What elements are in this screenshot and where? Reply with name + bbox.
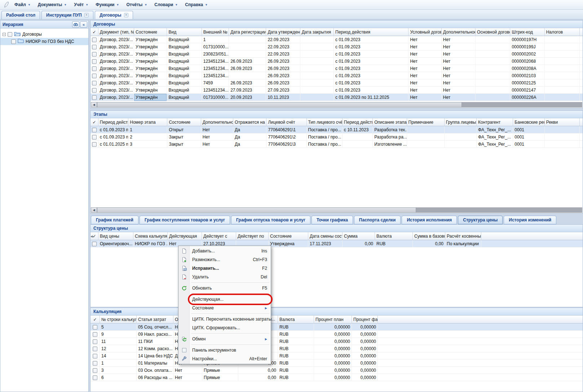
column-header[interactable]: Действует с <box>202 232 236 240</box>
row-checkbox[interactable] <box>92 59 97 64</box>
context-menu-item[interactable]: Настройки...Alt+Enter <box>179 354 270 363</box>
column-header[interactable]: Процент план <box>314 316 352 323</box>
row-checkbox[interactable] <box>93 347 97 351</box>
window-tab[interactable]: Инструкции ПУП✕ <box>41 11 93 19</box>
tree-checkbox[interactable] <box>11 39 16 44</box>
column-header[interactable]: Отражается на су <box>233 118 266 126</box>
close-icon[interactable]: ✕ <box>84 13 89 17</box>
table-row[interactable]: Договор, 2023/...УтверждёнВходящий123451… <box>90 65 583 72</box>
column-header[interactable]: № строки калькул <box>100 316 137 323</box>
table-row[interactable]: Договор, 2023/...УтверждёнВходящий122.09… <box>90 36 583 43</box>
search-binoculars-icon[interactable] <box>72 21 79 28</box>
detail-tab[interactable]: История исполнения <box>402 216 457 224</box>
column-header[interactable]: Группа лицевых с <box>445 118 477 126</box>
table-row[interactable]: 1212 Комм. расхо...НетRUB0,000000,00000 <box>90 345 583 352</box>
row-checkbox[interactable] <box>92 128 97 132</box>
column-header[interactable]: Дополнительное с <box>442 28 476 36</box>
column-header[interactable]: Расчёт косвенных <box>445 232 481 240</box>
table-row[interactable]: Договор, 2023/...УтверждёнВходящий123451… <box>90 72 583 79</box>
column-header[interactable]: Штрих-код <box>510 28 544 36</box>
column-header[interactable]: Состояние <box>167 118 201 126</box>
context-menu-item[interactable]: Обмен▶ <box>179 335 270 343</box>
detail-tab[interactable]: Точки графика <box>312 216 353 224</box>
table-row[interactable]: с 01.09.2023 п...2ЗакрытНетДа7706406291\… <box>90 133 583 141</box>
close-icon[interactable]: ✕ <box>124 13 129 17</box>
table-row[interactable]: Договор, 2023/...УтверждёнВходящий017310… <box>90 94 583 101</box>
contracts-hscrollbar[interactable]: ◀ <box>91 102 582 107</box>
table-row[interactable]: Договор, 2023/...УтверждёнВходящий017310… <box>90 43 583 50</box>
row-checkbox[interactable] <box>92 66 97 71</box>
menubar-item[interactable]: Функции▼ <box>92 1 123 8</box>
context-menu-item[interactable]: ЦИТК. Сформировать... <box>179 323 270 332</box>
menubar-item[interactable]: Документы▼ <box>34 1 70 8</box>
tree-checkbox[interactable] <box>8 32 12 37</box>
column-header[interactable]: Период действия.. <box>98 118 128 126</box>
row-checkbox[interactable] <box>92 88 97 93</box>
column-header[interactable]: Действующая <box>168 232 202 240</box>
column-header[interactable]: Сумма в базовой в <box>413 232 445 240</box>
context-menu-item[interactable]: Добавить...Ins <box>179 247 270 255</box>
row-checkbox[interactable] <box>92 95 97 100</box>
row-checkbox[interactable] <box>92 74 97 78</box>
row-checkbox[interactable] <box>93 354 97 358</box>
table-row[interactable]: Ориентировоч...НИОКР по ГОЗ ...Нет27.10.… <box>90 240 583 247</box>
context-menu-item[interactable]: ЦИТК. Пересчитать косвенные затраты... <box>179 315 270 323</box>
column-header[interactable]: ✓ <box>90 316 100 323</box>
menubar-item[interactable]: Отчёты▼ <box>123 1 151 8</box>
row-checkbox[interactable] <box>92 242 97 246</box>
table-row[interactable]: Договор, 2023/...УтверждёнВходящий123451… <box>90 87 583 94</box>
column-header[interactable]: Вид цены <box>98 232 133 240</box>
scrollbar-thumb[interactable] <box>97 102 462 107</box>
row-checkbox[interactable] <box>93 339 97 344</box>
column-header[interactable]: Номер этапа <box>128 118 167 126</box>
column-header[interactable]: Валюта <box>375 232 413 240</box>
column-header[interactable]: Дата закрытия <box>300 28 334 36</box>
menubar-item[interactable]: Словари▼ <box>151 1 181 8</box>
column-header[interactable]: Банковские рекви <box>513 118 544 126</box>
row-checkbox[interactable] <box>92 52 97 57</box>
column-header[interactable]: Состояние <box>269 232 308 240</box>
column-header[interactable]: Схема калькуляци <box>133 232 168 240</box>
column-header[interactable]: Действует по <box>236 232 269 240</box>
tree-node-dogovory[interactable]: − Договоры <box>0 31 88 38</box>
table-row[interactable]: 909 Накл. расхо...НетRUB0,000000,00000 <box>90 331 583 338</box>
collapse-panel-button[interactable]: « <box>80 21 87 28</box>
table-row[interactable]: с 01.01.2025 п...3ЗакрытНетДа7706406291\… <box>90 141 583 148</box>
column-header[interactable]: Дата утверждения <box>266 28 300 36</box>
window-tab[interactable]: Рабочий стол <box>1 11 40 19</box>
column-header[interactable]: Внешний № <box>202 28 229 36</box>
column-header[interactable]: Период действия <box>334 28 408 36</box>
column-header[interactable]: Условный договор <box>408 28 441 36</box>
detail-tab[interactable]: График платежей <box>91 216 138 224</box>
table-row[interactable]: с 01.09.2023 п...1ОткрытНетДа7706406291\… <box>90 126 583 133</box>
table-row[interactable]: 1111 ПКИНетRUB0,000000,00000 <box>90 338 583 345</box>
panel-collapse-arrow-icon[interactable]: ◀ <box>90 235 93 238</box>
column-header[interactable]: Описание этапа <box>373 118 407 126</box>
context-menu-item[interactable]: ОбновитьF5 <box>179 284 270 292</box>
column-header[interactable]: Рекви <box>545 118 580 126</box>
column-header[interactable]: Процент факт <box>352 316 378 323</box>
table-row[interactable]: 606 Расходы на ...НетПрямые0,00RUB0,0000… <box>90 374 583 381</box>
scroll-left-icon[interactable]: ◀ <box>91 102 97 107</box>
column-header[interactable]: Основной договор <box>476 28 510 36</box>
row-checkbox[interactable] <box>92 45 97 49</box>
column-header[interactable]: Дата регистрации. <box>229 28 266 36</box>
row-checkbox[interactable] <box>93 375 97 380</box>
column-header[interactable]: Дата смены состоя <box>308 232 343 240</box>
table-row[interactable]: 101 МатериалыНетПрямые0,00RUB0,000000,00… <box>90 360 583 367</box>
table-row[interactable]: Договор, 2023/...УтверждёнВходящий123451… <box>90 58 583 65</box>
column-header[interactable]: Налогов <box>545 28 580 36</box>
column-header[interactable]: Дополнительное с <box>201 118 233 126</box>
table-row[interactable]: Договор, 2023/...УтверждёнВходящий230823… <box>90 50 583 58</box>
context-menu-item[interactable]: УдалитьDel <box>179 273 270 281</box>
scrollbar-thumb[interactable] <box>97 207 416 213</box>
table-row[interactable]: Договор, 2023/...УтверждёнВходящий745926… <box>90 79 583 87</box>
row-checkbox[interactable] <box>93 368 97 373</box>
column-header[interactable]: ✓ <box>90 118 98 126</box>
window-tab[interactable]: Договоры✕ <box>95 11 133 19</box>
column-header[interactable]: Лицевой счёт <box>266 118 306 126</box>
menubar-item[interactable]: Справка▼ <box>181 1 211 8</box>
column-header[interactable]: ✓ <box>90 28 98 36</box>
row-checkbox[interactable] <box>93 325 97 330</box>
scroll-left-icon[interactable]: ◀ <box>91 207 97 213</box>
